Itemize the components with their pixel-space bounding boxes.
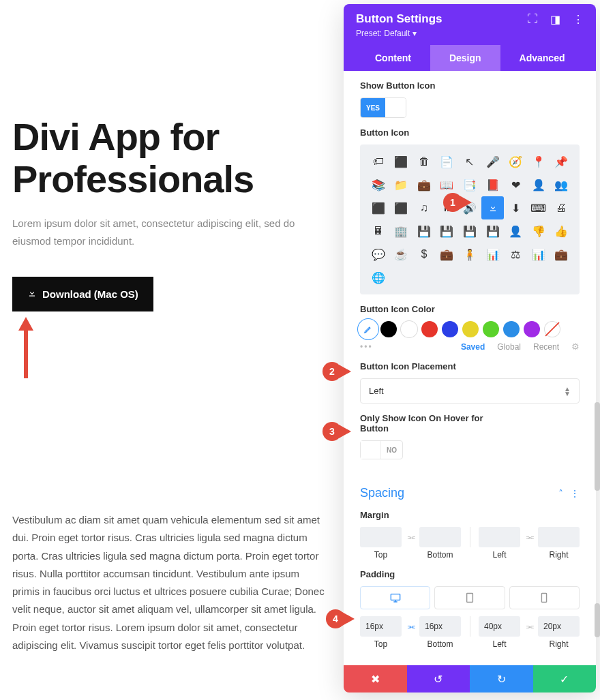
color-more[interactable]: ••• [360,342,373,352]
color-tab-saved[interactable]: Saved [461,342,485,352]
tab-advanced[interactable]: Advanced [500,45,584,71]
color-swatch[interactable] [380,321,397,337]
icon-cell[interactable]: 📍 [527,150,550,173]
undo-button[interactable]: ↺ [407,665,470,693]
tab-design[interactable]: Design [430,45,500,71]
scrollbar[interactable] [595,402,600,491]
color-swatch[interactable] [462,321,479,337]
padding-top-input[interactable] [360,616,402,637]
icon-cell[interactable]: 👤 [504,219,527,243]
device-tablet[interactable] [434,586,505,609]
icon-cell[interactable]: ⬛ [390,196,413,219]
icon-cell[interactable] [481,196,505,219]
icon-cell[interactable]: ❤ [504,173,527,196]
callout-2: 2 [322,362,351,381]
placement-select[interactable]: Left ▲▼ [360,378,580,404]
confirm-button[interactable]: ✓ [533,665,597,693]
page-heading: Divi App for Professionals [12,116,340,200]
icon-cell[interactable]: 💾 [481,219,505,243]
icon-cell[interactable]: ☕ [390,243,413,266]
icon-cell[interactable]: ⌨ [527,196,550,219]
icon-cell[interactable]: ⚖ [504,243,527,266]
icon-cell[interactable]: 📊 [481,243,505,266]
link-icon[interactable]: ⫘ [404,622,417,632]
icon-cell[interactable]: ⬇ [504,196,527,219]
icon-cell[interactable]: 🏢 [390,219,413,243]
icon-cell[interactable]: 🖨 [550,196,573,219]
icon-cell[interactable]: 📕 [481,173,505,196]
color-tab-global[interactable]: Global [497,342,521,352]
margin-left-input[interactable] [479,527,520,547]
label-icon: Button Icon [360,127,580,138]
section-spacing[interactable]: Spacing ˄⋮ [360,475,580,500]
icon-cell[interactable]: 💾 [458,219,481,243]
icon-cell[interactable]: $ [412,243,436,266]
icon-cell[interactable]: 👎 [527,219,550,243]
color-picker-icon[interactable] [360,321,376,337]
toggle-show-icon[interactable]: YES [360,97,406,118]
page-subtitle: Lorem ipsum dolor sit amet, consectetur … [12,215,312,249]
icon-cell[interactable]: 💼 [412,173,436,196]
margin-bottom-input[interactable] [419,527,461,547]
link-icon[interactable]: ⫘ [523,532,535,543]
icon-cell[interactable]: ⬛ [367,196,390,219]
icon-cell[interactable]: 📚 [367,173,390,196]
gear-icon[interactable]: ⚙ [571,341,580,352]
expand-icon[interactable]: ⛶ [527,13,538,25]
icon-cell[interactable]: ♫ [412,196,436,219]
padding-bottom-input[interactable] [419,616,461,637]
icon-cell[interactable]: 🌐 [367,266,390,289]
delete-button[interactable]: ✖ [344,665,407,693]
icon-cell[interactable]: 📌 [550,150,573,173]
icon-cell[interactable]: 🧭 [504,150,527,173]
label-padding: Padding [360,569,580,579]
icon-cell[interactable]: 👤 [527,173,550,196]
toggle-hover[interactable]: NO [360,440,403,459]
label-margin: Margin [360,510,580,520]
color-swatch[interactable] [401,321,417,337]
link-icon[interactable]: ⫘ [404,532,417,543]
tab-content[interactable]: Content [356,45,430,71]
color-none[interactable] [544,321,560,337]
callout-4: 4 [326,609,355,628]
padding-left-input[interactable] [479,616,520,637]
icon-cell[interactable]: 👥 [550,173,573,196]
label-icon-color: Button Icon Color [360,304,580,314]
icon-cell[interactable]: 🖩 [367,219,390,243]
scrollbar[interactable] [595,603,600,637]
color-swatch[interactable] [503,321,520,337]
margin-right-input[interactable] [538,527,580,547]
redo-button[interactable]: ↻ [470,665,533,693]
icon-cell[interactable]: 🗑 [412,150,436,173]
device-phone[interactable] [509,586,580,609]
icon-cell[interactable]: ⬛ [390,150,413,173]
icon-cell[interactable]: 📄 [436,150,459,173]
icon-cell[interactable]: 💾 [436,219,459,243]
icon-cell[interactable]: 💬 [367,243,390,266]
icon-cell[interactable]: 🧍 [458,243,481,266]
margin-top-input[interactable] [360,527,402,547]
color-swatch[interactable] [442,321,458,337]
color-swatch[interactable] [421,321,438,337]
device-desktop[interactable] [360,586,430,609]
icon-cell[interactable]: 📊 [527,243,550,266]
link-icon[interactable]: ⫘ [523,622,535,632]
icon-cell[interactable]: 🎤 [481,150,505,173]
color-tab-recent[interactable]: Recent [533,342,559,352]
icon-cell[interactable]: 💾 [412,219,436,243]
kebab-icon[interactable]: ⋮ [570,488,580,499]
preset-selector[interactable]: Preset: Default ▾ [356,26,584,45]
icon-cell[interactable]: 🏷 [367,150,390,173]
color-swatch[interactable] [524,321,540,337]
padding-right-input[interactable] [538,616,580,637]
kebab-icon[interactable]: ⋮ [573,13,584,26]
icon-cell[interactable]: 👍 [550,219,573,243]
icon-cell[interactable]: ↖ [458,150,481,173]
icon-cell[interactable]: 📁 [390,173,413,196]
download-icon [27,288,37,300]
download-button[interactable]: Download (Mac OS) [12,277,153,311]
color-swatch[interactable] [483,321,499,337]
icon-cell[interactable]: 💼 [550,243,573,266]
icon-cell[interactable]: 💼 [436,243,459,266]
columns-icon[interactable]: ◨ [550,13,560,26]
